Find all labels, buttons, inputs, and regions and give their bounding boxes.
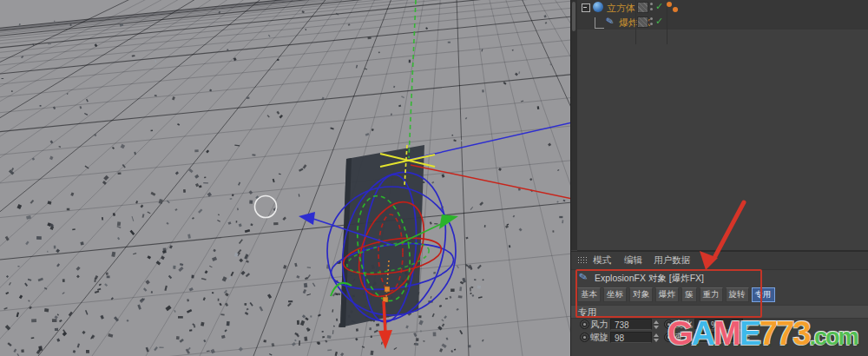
- layer-icon[interactable]: [637, 16, 648, 28]
- cube-icon: [593, 2, 603, 12]
- pencil-icon: ✎: [605, 15, 615, 27]
- param-radio-icon[interactable]: [580, 320, 589, 329]
- attr-tab-7[interactable]: 专用: [752, 287, 775, 302]
- attr-tab-3[interactable]: 爆炸: [655, 287, 679, 302]
- field-row: 螺旋 98 变化: [571, 332, 868, 344]
- right-panel: 立方体 ✓ ✎ 爆炸FX ✓ 模式: [570, 0, 868, 356]
- object-row-explosionfx[interactable]: ✎ 爆炸FX ✓: [577, 15, 868, 30]
- menu-edit[interactable]: 编辑: [624, 254, 642, 267]
- orange-handle[interactable]: [385, 287, 390, 292]
- field-label: 变化: [674, 319, 693, 331]
- attr-tab-6[interactable]: 旋转: [726, 287, 749, 302]
- menu-user-data[interactable]: 用户数据: [654, 254, 690, 267]
- visibility-dots-icon[interactable]: [650, 17, 653, 26]
- attribute-menu-bar: 模式 编辑 用户数据: [571, 251, 868, 270]
- viewport-background: [0, 0, 570, 356]
- section-label: 专用: [578, 307, 596, 319]
- spinner-icon[interactable]: [744, 333, 750, 343]
- spinner-icon[interactable]: [653, 333, 659, 343]
- scrollbar-thumb[interactable]: [572, 2, 575, 31]
- visibility-dots-icon[interactable]: [650, 3, 653, 11]
- param-radio-icon[interactable]: [664, 333, 674, 342]
- attr-tabs: 基本坐标对象爆炸簇重力旋转专用: [577, 287, 775, 302]
- enabled-check-icon[interactable]: ✓: [655, 16, 663, 27]
- object-manager: 立方体 ✓ ✎ 爆炸FX ✓: [577, 0, 868, 251]
- param-radio-icon[interactable]: [580, 333, 589, 342]
- tag-dot-icon[interactable]: [673, 7, 678, 12]
- viewport-canvas: [0, 0, 570, 356]
- field-label: 变化: [674, 332, 693, 344]
- field-label: 风力: [590, 319, 608, 331]
- viewport-3d[interactable]: [0, 0, 570, 356]
- tree-line: [595, 17, 604, 29]
- param-radio-icon[interactable]: [664, 320, 674, 329]
- spinner-icon[interactable]: [653, 320, 659, 330]
- attribute-title-row: ✎ ExplosionFX 对象 [爆炸FX]: [571, 269, 868, 287]
- panel-grip-icon[interactable]: [577, 256, 588, 265]
- pencil-icon: ✎: [578, 270, 589, 284]
- tag-dot-icon[interactable]: [667, 2, 672, 7]
- variation-input[interactable]: %: [694, 319, 743, 330]
- twist-input[interactable]: 98: [610, 332, 652, 343]
- attr-tab-0[interactable]: 基本: [577, 287, 601, 302]
- section-header[interactable]: 专用: [571, 305, 868, 319]
- object-row-cube[interactable]: 立方体 ✓: [577, 0, 868, 16]
- attribute-title: ExplosionFX 对象 [爆炸FX]: [595, 273, 704, 285]
- variation-input[interactable]: [694, 332, 743, 343]
- attr-tab-4[interactable]: 簇: [681, 287, 697, 302]
- menu-mode[interactable]: 模式: [593, 254, 611, 267]
- field-row: 风力 738 变化 %: [571, 319, 868, 331]
- expand-toggle-icon[interactable]: [582, 3, 590, 12]
- field-label: 螺旋: [590, 332, 608, 344]
- plane-object[interactable]: [340, 145, 424, 327]
- spinner-icon[interactable]: [744, 320, 750, 330]
- wind-force-input[interactable]: 738: [610, 319, 652, 330]
- object-label[interactable]: 立方体: [607, 2, 635, 15]
- attr-tab-2[interactable]: 对象: [629, 287, 653, 302]
- enabled-check-icon[interactable]: ✓: [655, 1, 663, 12]
- attr-tab-1[interactable]: 坐标: [603, 287, 627, 302]
- app-window: 立方体 ✓ ✎ 爆炸FX ✓ 模式: [0, 0, 868, 356]
- layer-icon[interactable]: [637, 2, 648, 13]
- attr-tab-5[interactable]: 重力: [700, 287, 723, 302]
